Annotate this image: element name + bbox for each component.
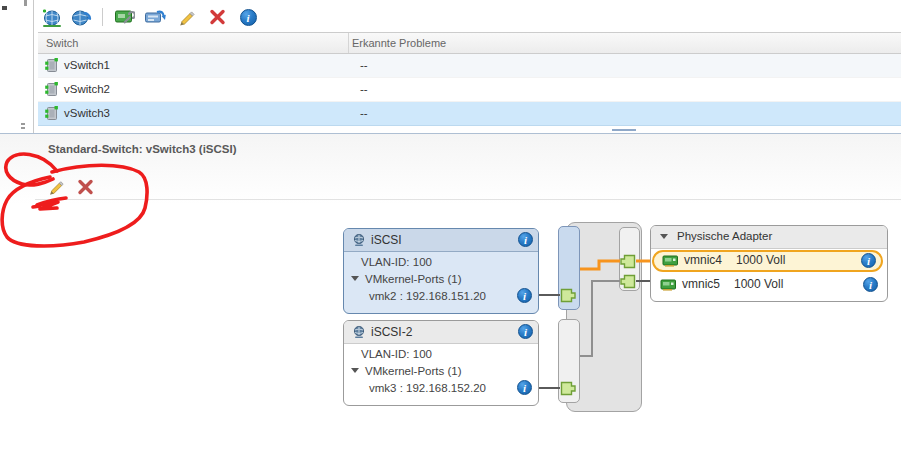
table-row-vswitch2[interactable]: vSwitch2 -- (38, 78, 901, 102)
info-icon[interactable]: i (517, 380, 532, 395)
info-icon: i (240, 9, 257, 26)
edit-switch-button[interactable] (46, 177, 66, 197)
uplink-port-icon (619, 254, 636, 269)
info-icon[interactable]: i (518, 232, 533, 247)
portgroup-box-iscsi2[interactable]: iSCSI-2 i VLAN-ID: 100 VMkernel-Ports (1… (343, 320, 539, 406)
refresh-networking-button[interactable] (69, 6, 93, 28)
detail-toolbar-separator (35, 199, 901, 200)
physical-adapters-header: Physische Adapter (651, 226, 887, 249)
vsphere-networking-view: i Switch Erkannte Probleme vSwitch1 -- (0, 0, 901, 464)
pencil-icon (47, 178, 65, 196)
portgroup-icon (352, 233, 366, 247)
delete-button[interactable] (205, 6, 229, 28)
vmk-port-icon (560, 381, 577, 396)
adapter-duplex: Voll (766, 253, 785, 267)
vswitch-problems: -- (360, 83, 368, 95)
detail-toolbar (46, 177, 95, 197)
toolbar-separator (102, 8, 103, 26)
delete-x-icon (209, 9, 226, 25)
vmk-address-label: vmk3 : 192.168.152.20 (369, 382, 486, 394)
collapse-triangle-icon[interactable] (351, 276, 359, 281)
migrate-vmkernel-adapter-icon (144, 8, 167, 27)
cursor-artifact (2, 6, 7, 10)
column-divider[interactable] (348, 33, 349, 53)
edit-button[interactable] (174, 6, 198, 28)
nic-icon (660, 278, 677, 292)
vmkernel-ports-label: VMkernel-Ports (1) (365, 365, 462, 377)
vswitch-name: vSwitch2 (64, 83, 110, 95)
manage-physical-adapters-icon (114, 8, 135, 27)
add-networking-button[interactable] (38, 6, 62, 28)
vmk-port-icon (560, 288, 577, 303)
nic-icon (662, 254, 679, 268)
physical-adapters-title: Physische Adapter (677, 230, 772, 242)
table-header: Switch Erkannte Probleme (38, 32, 901, 54)
portgroup-icon (352, 325, 366, 339)
info-icon[interactable]: i (863, 277, 878, 292)
detail-panel-title: Standard-Switch: vSwitch3 (iSCSI) (48, 143, 237, 155)
vswitch-icon (44, 105, 59, 122)
vswitch-icon (44, 81, 59, 98)
adapter-speed: 1000 (736, 253, 763, 267)
pencil-icon (177, 8, 196, 27)
vlan-id-label: VLAN-ID: 100 (361, 348, 432, 360)
vswitch-name: vSwitch1 (64, 59, 110, 71)
collapse-triangle-icon[interactable] (660, 234, 668, 239)
portgroup-header[interactable]: iSCSI i (344, 229, 538, 252)
uplink-port-icon (619, 274, 636, 289)
adapter-speed: 1000 (734, 277, 761, 291)
vswitch-name: vSwitch3 (64, 107, 110, 119)
portgroup-box-iscsi[interactable]: iSCSI i VLAN-ID: 100 VMkernel-Ports (1) … (343, 228, 539, 314)
info-icon[interactable]: i (518, 324, 533, 339)
manage-physical-adapters-button[interactable] (112, 6, 136, 28)
vswitch-problems: -- (360, 59, 368, 71)
portgroup-header[interactable]: iSCSI-2 i (344, 321, 538, 344)
adapter-name: vmnic4 (684, 253, 722, 267)
panel-collapse-tick (24, 0, 27, 6)
switch-table: Switch Erkannte Probleme vSwitch1 -- (38, 32, 901, 126)
portgroup-title: iSCSI (371, 233, 402, 247)
info-icon[interactable]: i (517, 288, 532, 303)
info-button[interactable]: i (236, 6, 260, 28)
collapse-triangle-icon[interactable] (351, 368, 359, 373)
add-networking-icon (39, 7, 62, 28)
vswitch-icon (44, 57, 59, 74)
vlan-id-label: VLAN-ID: 100 (361, 256, 432, 268)
networking-toolbar: i (38, 5, 260, 29)
vmk-address-label: vmk2 : 192.168.151.20 (369, 290, 486, 302)
info-icon[interactable]: i (861, 253, 876, 268)
table-row-vswitch3-selected[interactable]: vSwitch3 -- (38, 102, 901, 126)
refresh-networking-icon (70, 7, 93, 28)
column-header-switch[interactable]: Switch (46, 37, 78, 49)
column-header-problems[interactable]: Erkannte Probleme (352, 37, 446, 49)
vmkernel-ports-label: VMkernel-Ports (1) (365, 273, 462, 285)
delete-switch-button[interactable] (75, 177, 95, 197)
adapter-name: vmnic5 (682, 277, 720, 291)
adapter-row-vmnic4-highlighted[interactable]: vmnic4 1000 Voll i (652, 250, 883, 272)
delete-x-icon (77, 179, 94, 195)
adapter-duplex: Voll (764, 277, 783, 291)
adapter-row-vmnic5[interactable]: vmnic5 1000 Voll i (652, 274, 883, 296)
vswitch-problems: -- (360, 107, 368, 119)
left-splitter-grip[interactable] (21, 123, 25, 132)
table-row-vswitch1[interactable]: vSwitch1 -- (38, 54, 901, 78)
migrate-vmkernel-adapter-button[interactable] (143, 6, 167, 28)
portgroup-title: iSCSI-2 (371, 325, 412, 339)
splitter-grip[interactable] (612, 129, 636, 131)
